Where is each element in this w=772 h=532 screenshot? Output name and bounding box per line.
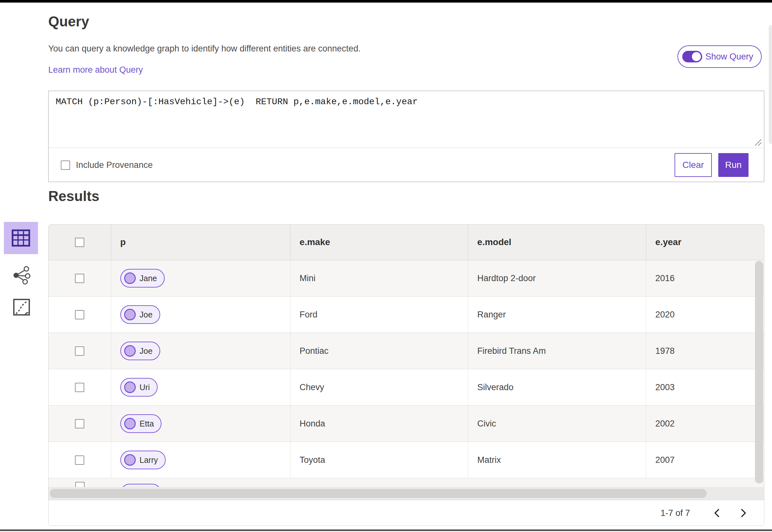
cell-e-model: Firebird Trans Am [468,333,647,369]
table-row[interactable]: Larry Toyota Matrix 2007 [49,442,764,478]
cell-e-make: Ford [290,297,468,333]
cell-e-year: 2020 [646,297,764,333]
cell-e-year: 2003 [646,369,764,405]
table-row[interactable]: Joe Ford Ranger 2020 [49,297,764,333]
row-checkbox[interactable] [75,419,84,428]
results-table: p e.make e.model e.year Jane Mini Hardto… [48,224,764,526]
include-provenance-option[interactable]: Include Provenance [61,160,153,170]
column-header-e-make[interactable]: e.make [290,225,468,260]
entity-node-icon [124,454,136,466]
cell-e-make: Chevy [290,369,468,405]
entity-node-icon [124,345,136,357]
cell-e-model: Ranger [468,297,647,333]
row-checkbox[interactable] [75,455,84,465]
results-title: Results [48,188,99,204]
cell-e-model: Hardtop 2-door [468,260,647,296]
toggle-knob [692,52,701,61]
chevron-right-icon [740,508,747,518]
show-query-label: Show Query [705,52,753,62]
row-checkbox[interactable] [75,310,84,319]
chevron-left-icon [713,508,720,518]
entity-label: Joe [140,346,152,356]
row-checkbox[interactable] [75,383,84,392]
table-row[interactable]: Jane Mini Hardtop 2-door 2016 [49,260,764,297]
cell-e-year: 1978 [646,333,764,369]
entity-label: Larry [140,455,158,465]
toggle-on-icon[interactable] [682,51,702,62]
entity-node-icon [124,418,136,429]
cell-e-year: 2016 [646,260,764,296]
cell-e-make: Mini [290,260,468,296]
page-title: Query [48,14,89,30]
entity-pill[interactable]: Uri [120,378,158,397]
query-text: MATCH (p:Person)-[:HasVehicle]->(e) RETU… [56,97,418,107]
previous-page-button[interactable] [709,506,724,520]
learn-more-link[interactable]: Learn more about Query [48,65,143,75]
window-bottom-edge [0,529,772,531]
cell-e-make: Honda [290,406,468,442]
entity-label: Jane [140,274,157,283]
table-view-icon [12,229,30,247]
entity-label: Etta [140,419,154,428]
view-switcher-table[interactable] [4,222,38,254]
entity-node-icon [124,309,136,320]
entity-label: Uri [140,383,150,392]
next-page-button[interactable] [736,506,751,520]
query-action-buttons: Clear Run [675,153,749,177]
column-header-e-model[interactable]: e.model [468,225,647,260]
cell-e-year: 2002 [646,406,764,442]
clear-button[interactable]: Clear [675,153,712,177]
table-row[interactable]: Uri Chevy Silverado 2003 [49,369,764,406]
cell-e-model: Civic [468,406,647,442]
query-editor-panel: MATCH (p:Person)-[:HasVehicle]->(e) RETU… [48,91,764,182]
horizontal-scrollbar[interactable] [49,487,764,500]
table-header-row: p e.make e.model e.year [49,225,764,260]
cell-e-model: Matrix [468,442,647,478]
entity-node-icon [124,381,136,393]
cell-e-make: Toyota [290,442,468,478]
map-view-icon [13,298,30,316]
entity-pill[interactable]: Etta [120,414,161,433]
entity-pill[interactable]: Joe [120,342,160,360]
table-pagination: 1-7 of 7 [49,500,764,526]
window-top-edge [0,0,772,3]
entity-pill[interactable]: Joe [120,305,160,324]
table-row[interactable]: Joe Pontiac Firebird Trans Am 1978 [49,333,764,369]
row-checkbox[interactable] [75,346,84,356]
show-query-toggle[interactable]: Show Query [677,45,762,68]
page-scrollbar-thumb[interactable] [769,25,772,144]
table-row[interactable]: Etta Honda Civic 2002 [49,406,764,442]
include-provenance-checkbox[interactable] [61,161,70,170]
query-input[interactable]: MATCH (p:Person)-[:HasVehicle]->(e) RETU… [49,91,764,148]
select-all-checkbox[interactable] [75,238,84,247]
cell-e-make: Pontiac [290,333,468,369]
entity-pill[interactable]: Jane [120,269,165,288]
entity-pill[interactable]: Larry [120,451,166,469]
pagination-range-label: 1-7 of 7 [660,508,690,518]
query-footer: Include Provenance Clear Run [49,148,764,182]
run-button[interactable]: Run [718,153,749,177]
row-checkbox[interactable] [75,274,84,283]
view-switcher-graph[interactable] [12,266,31,285]
entity-node-icon [124,272,136,284]
include-provenance-label: Include Provenance [76,160,153,170]
query-description: You can query a knowledge graph to ident… [48,44,361,54]
cell-e-model: Silverado [468,369,647,405]
column-header-e-year[interactable]: e.year [646,225,764,260]
horizontal-scrollbar-thumb[interactable] [50,489,707,498]
resize-handle-icon[interactable] [753,137,762,146]
graph-view-icon [12,266,31,285]
view-switcher-map[interactable] [13,298,30,316]
cell-e-year: 2007 [646,442,764,478]
entity-label: Joe [140,310,152,319]
column-header-p[interactable]: p [111,225,291,260]
vertical-scrollbar-thumb[interactable] [755,261,763,483]
